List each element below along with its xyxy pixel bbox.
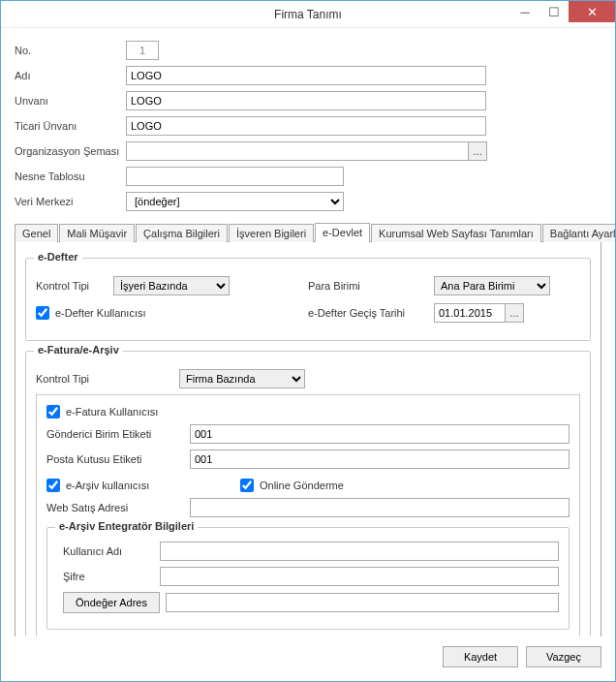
tab-isveren-bilgileri[interactable]: İşveren Bigileri — [229, 224, 314, 242]
efatura-kullanici-checkbox[interactable] — [46, 405, 60, 418]
cancel-button[interactable]: Vazgeç — [526, 646, 601, 667]
earsiv-kullanici-checkbox-wrap[interactable]: e-Arşiv kullanıcısı — [46, 479, 240, 492]
entegrator-kullanici-adi-field[interactable] — [160, 542, 559, 561]
web-satis-label: Web Satış Adresi — [46, 502, 190, 513]
nesne-label: Nesne Tablosu — [15, 170, 126, 182]
earsiv-entegrator-legend: e-Arşiv Entegratör Bilgileri — [55, 520, 198, 532]
no-field — [126, 41, 159, 60]
header-form: No. Adı Unvanı Ticari Ünvanı Organizasyo… — [15, 40, 601, 216]
ticari-unvani-field[interactable] — [126, 116, 486, 136]
entegrator-sifre-label: Şifre — [63, 571, 160, 582]
titlebar: Firma Tanımı ─ ☐ ✕ — [1, 1, 615, 28]
tab-panel-e-devlet: e-Defter Kontrol Tipi İşyeri Bazında Par… — [15, 242, 601, 636]
edefter-para-birimi-label: Para Birimi — [308, 280, 434, 292]
maximize-button[interactable]: ☐ — [539, 1, 569, 22]
edefter-gecis-label: e-Defter Geçiş Tarihi — [308, 307, 434, 319]
nesne-field[interactable] — [126, 167, 344, 186]
gonderici-label: Gönderici Birim Etiketi — [46, 428, 190, 440]
tab-baglanti-ayarlari[interactable]: Bağlantı Ayarları — [542, 224, 615, 242]
online-gonderme-label: Online Gönderme — [260, 480, 344, 491]
edefter-kullanici-checkbox-wrap[interactable]: e-Defter Kullanıcısı — [36, 306, 146, 320]
posta-label: Posta Kutusu Etiketi — [46, 453, 190, 465]
tab-kurumsal-web[interactable]: Kurumsal Web Sayfası Tanımları — [371, 224, 541, 242]
e-fatura-earsiv-group: e-Fatura/e-Arşiv Kontrol Tipi Firma Bazı… — [25, 351, 591, 636]
efatura-kullanici-checkbox-wrap[interactable]: e-Fatura Kullanıcısı — [46, 405, 158, 418]
edefter-kontrol-tipi-select[interactable]: İşyeri Bazında — [113, 276, 230, 295]
ondeger-adres-button[interactable]: Öndeğer Adres — [63, 592, 160, 613]
tab-mali-musavir[interactable]: Mali Müşavir — [59, 224, 135, 242]
window-controls: ─ ☐ ✕ — [510, 1, 615, 22]
firma-tanimi-window: Firma Tanımı ─ ☐ ✕ No. Adı Unvanı Ticari… — [0, 0, 616, 682]
tab-genel[interactable]: Genel — [15, 224, 58, 242]
veri-label: Veri Merkezi — [15, 196, 126, 207]
online-gonderme-checkbox[interactable] — [240, 479, 254, 492]
edefter-kontrol-tipi-label: Kontrol Tipi — [36, 280, 113, 292]
org-sema-label: Organizasyon Şeması — [15, 145, 126, 157]
edefter-gecis-browse-button[interactable] — [505, 303, 524, 323]
edefter-gecis-date[interactable] — [434, 303, 506, 323]
veri-merkezi-select[interactable]: [öndeğer] — [126, 192, 344, 211]
adi-label: Adı — [15, 70, 126, 81]
content-area: No. Adı Unvanı Ticari Ünvanı Organizasyo… — [1, 28, 615, 636]
web-satis-field[interactable] — [190, 498, 570, 517]
edefter-para-birimi-select[interactable]: Ana Para Birimi — [434, 276, 550, 295]
e-defter-legend: e-Defter — [34, 251, 82, 263]
efatura-kullanici-label: e-Fatura Kullanıcısı — [66, 406, 158, 418]
earsiv-kullanici-checkbox[interactable] — [46, 479, 60, 492]
org-sema-field[interactable] — [126, 141, 469, 161]
gonderici-field[interactable] — [190, 424, 570, 444]
efatura-kontrol-tipi-select[interactable]: Firma Bazında — [179, 369, 305, 388]
unvani-field[interactable] — [126, 91, 486, 110]
edefter-kullanici-label: e-Defter Kullanıcısı — [55, 307, 146, 319]
entegrator-sifre-field[interactable] — [160, 567, 559, 586]
minimize-button[interactable]: ─ — [510, 1, 539, 22]
earsiv-kullanici-label: e-Arşiv kullanıcısı — [66, 480, 149, 491]
ticari-unvani-label: Ticari Ünvanı — [15, 120, 126, 132]
efatura-inner-group: e-Fatura Kullanıcısı Gönderici Birim Eti… — [36, 394, 580, 636]
tab-calisma-bilgileri[interactable]: Çalışma Bilgileri — [136, 224, 228, 242]
efatura-kontrol-tipi-label: Kontrol Tipi — [36, 373, 179, 385]
edefter-kullanici-checkbox[interactable] — [36, 306, 49, 320]
posta-field[interactable] — [190, 450, 570, 469]
e-fatura-legend: e-Fatura/e-Arşiv — [34, 344, 123, 356]
online-gonderme-checkbox-wrap[interactable]: Online Gönderme — [240, 479, 344, 492]
earsiv-entegrator-group: e-Arşiv Entegratör Bilgileri Kullanıcı A… — [46, 527, 570, 630]
ondeger-adres-field[interactable] — [166, 593, 559, 612]
window-title: Firma Tanımı — [274, 8, 342, 21]
unvani-label: Unvanı — [15, 95, 126, 107]
no-label: No. — [15, 45, 126, 56]
org-sema-browse-button[interactable] — [468, 141, 487, 161]
adi-field[interactable] — [126, 66, 486, 85]
dialog-footer: Kaydet Vazgeç — [1, 636, 615, 681]
close-button[interactable]: ✕ — [569, 1, 615, 22]
tabs: Genel Mali Müşavir Çalışma Bilgileri İşv… — [15, 222, 601, 242]
tab-e-devlet[interactable]: e-Devlet — [315, 223, 370, 242]
e-defter-group: e-Defter Kontrol Tipi İşyeri Bazında Par… — [25, 258, 591, 341]
save-button[interactable]: Kaydet — [443, 646, 518, 667]
entegrator-kullanici-adi-label: Kullanıcı Adı — [63, 545, 160, 557]
